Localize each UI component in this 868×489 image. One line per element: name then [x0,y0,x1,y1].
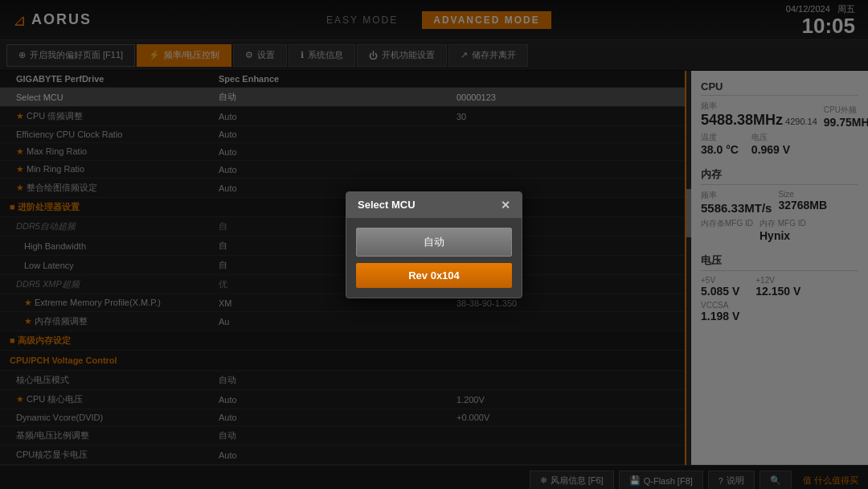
modal-body: 自动 Rev 0x104 [346,218,522,298]
modal-option-rev[interactable]: Rev 0x104 [356,263,512,288]
modal-close-button[interactable]: ✕ [501,199,510,212]
modal-title: Select MCU [358,199,416,211]
modal-header: Select MCU ✕ [346,192,522,218]
modal-option-auto[interactable]: 自动 [356,228,512,257]
modal-dialog: Select MCU ✕ 自动 Rev 0x104 [346,191,522,298]
modal-overlay: Select MCU ✕ 自动 Rev 0x104 [0,0,868,489]
